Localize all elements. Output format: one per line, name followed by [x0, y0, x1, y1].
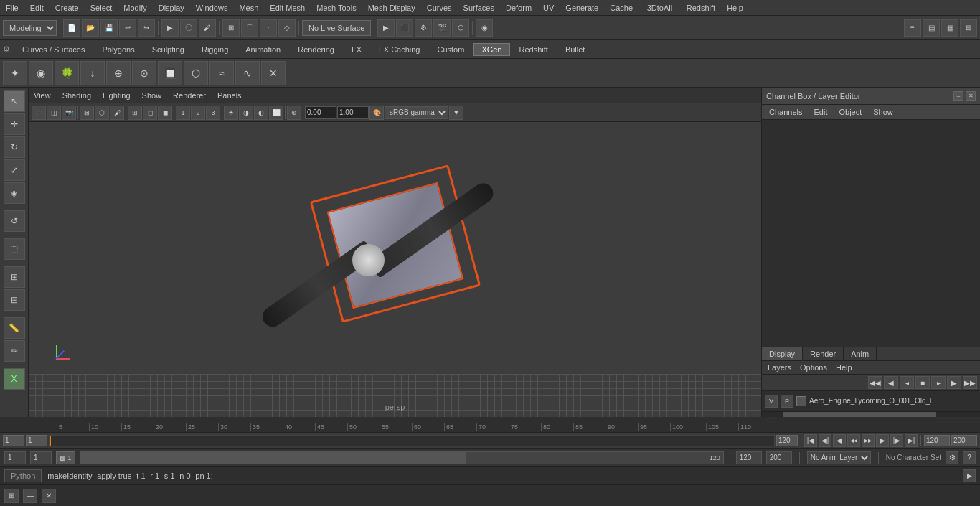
vp-sel-mask-btn[interactable]: ⊠	[80, 106, 94, 120]
layer-visibility-button[interactable]: V	[765, 395, 778, 408]
shelf-icon-1[interactable]: ✦	[3, 61, 27, 85]
channel-tab-object[interactable]: Object	[834, 106, 866, 118]
snap-surface-button[interactable]: ◇	[278, 19, 296, 37]
current-frame-field[interactable]	[26, 435, 47, 446]
menu-mesh-display[interactable]: Mesh Display	[365, 3, 418, 13]
shelf-icon-10[interactable]: ∿	[235, 61, 260, 85]
python-run-icon[interactable]: ▶	[963, 469, 976, 482]
menu-edit-mesh[interactable]: Edit Mesh	[267, 3, 308, 13]
layer-tab-anim[interactable]: Anim	[844, 347, 877, 360]
vp-tex-btn[interactable]: ⬜	[269, 106, 283, 120]
shelf-tab-rendering[interactable]: Rendering	[290, 43, 342, 56]
menu-display[interactable]: Display	[156, 3, 187, 13]
shelf-tab-xgen[interactable]: XGen	[473, 43, 509, 56]
status-help-btn[interactable]: ?	[963, 451, 976, 464]
menu-cache[interactable]: Cache	[607, 3, 636, 13]
rotate-tool-button[interactable]: ↻	[4, 136, 25, 158]
snap-grid-button[interactable]: ⊞	[222, 19, 240, 37]
layer-scrollbar[interactable]	[762, 411, 980, 417]
shelf-tab-redshift[interactable]: Redshift	[512, 43, 556, 56]
shelf-icon-11[interactable]: ✕	[261, 61, 286, 85]
render-settings-button[interactable]: ⚙	[415, 19, 432, 37]
lasso-tool-button[interactable]: 〇	[180, 19, 197, 37]
menu-edit[interactable]: Edit	[27, 3, 47, 13]
snap-point-button[interactable]: ·	[260, 19, 277, 37]
vp-film-btn[interactable]: ◫	[47, 106, 61, 120]
play-rev-button[interactable]: ◂◂	[847, 434, 860, 447]
xgen-icon-button[interactable]: X	[4, 368, 25, 390]
shelf-tab-custom[interactable]: Custom	[430, 43, 473, 56]
select-tool-left-button[interactable]: ↖	[4, 90, 25, 112]
window-close-button[interactable]: ✕	[42, 489, 56, 503]
shelf-tab-sculpting[interactable]: Sculpting	[144, 43, 192, 56]
paint-sel-button[interactable]: 🖌	[199, 19, 216, 37]
menu-mesh[interactable]: Mesh	[236, 3, 261, 13]
menu-surfaces[interactable]: Surfaces	[461, 3, 497, 13]
channel-tab-channels[interactable]: Channels	[765, 106, 806, 118]
scale-tool-button[interactable]: ⤢	[4, 159, 25, 181]
status-settings-btn[interactable]: ⚙	[946, 451, 958, 464]
viewport-3d[interactable]: persp	[29, 122, 761, 417]
vp-display-mode-2[interactable]: 2	[191, 106, 205, 120]
colorspace-select[interactable]: sRGB gamma	[385, 106, 448, 119]
redo-button[interactable]: ↪	[138, 19, 155, 37]
vp-paint-btn[interactable]: 🖌	[110, 106, 124, 120]
ipr-button[interactable]: ⬛	[396, 19, 413, 37]
snap-together-button[interactable]: ⊞	[4, 266, 25, 288]
vp-shade-btn[interactable]: ◼	[158, 106, 172, 120]
menu-modify[interactable]: Modify	[121, 3, 149, 13]
vp-wireframe-btn[interactable]: ◻	[143, 106, 157, 120]
vp-ao-btn[interactable]: ◐	[254, 106, 268, 120]
viewport-menu-show[interactable]: Show	[140, 90, 164, 100]
shelf-icon-8[interactable]: ⬡	[184, 61, 208, 85]
shelf-icon-2[interactable]: ◉	[29, 61, 53, 85]
render-seq-button[interactable]: 🎬	[433, 19, 451, 37]
layer-playback-button[interactable]: P	[781, 395, 793, 408]
shelf-icon-5[interactable]: ⊕	[106, 61, 131, 85]
channel-tab-show[interactable]: Show	[869, 106, 897, 118]
menu-select[interactable]: Select	[88, 3, 116, 13]
shelf-tab-fx[interactable]: FX	[344, 43, 369, 56]
vp-display-mode-1[interactable]: 1	[176, 106, 190, 120]
live-surface-button[interactable]: No Live Surface	[302, 20, 371, 36]
attr-editor-button[interactable]: ▤	[923, 19, 940, 37]
step-fwd-button[interactable]: ▶	[876, 434, 889, 447]
prev-key-button[interactable]: ◀|	[819, 434, 831, 447]
channel-tab-edit[interactable]: Edit	[809, 106, 831, 118]
outliner-button[interactable]: ▦	[941, 19, 958, 37]
window-icon-button[interactable]: ⊞	[4, 489, 19, 503]
transform-button[interactable]: ◉	[476, 19, 493, 37]
vp-cam-btn[interactable]: 🎥	[32, 106, 46, 120]
vp-sel-type-btn[interactable]: ⬡	[95, 106, 109, 120]
shelf-icon-6[interactable]: ⊙	[132, 61, 156, 85]
vp-shading-light-btn[interactable]: ☀	[224, 106, 238, 120]
status-playback-end[interactable]	[736, 451, 762, 464]
menu-file[interactable]: File	[3, 3, 22, 13]
step-back-button[interactable]: ◀	[833, 434, 846, 447]
menu-deform[interactable]: Deform	[503, 3, 534, 13]
vp-grid-btn[interactable]: ⊞	[128, 106, 142, 120]
playback-max-field[interactable]	[951, 435, 977, 446]
status-frame-1[interactable]	[4, 451, 26, 464]
panel-close-button[interactable]: ✕	[966, 91, 976, 101]
viewport-menu-renderer[interactable]: Renderer	[171, 90, 208, 100]
shelf-tab-rigging[interactable]: Rigging	[194, 43, 236, 56]
window-minimize-button[interactable]: —	[23, 489, 37, 503]
layer-next-button[interactable]: ▶▶	[963, 376, 977, 389]
cam-near-input[interactable]	[305, 106, 336, 119]
shelf-icon-4[interactable]: ↓	[80, 61, 105, 85]
vp-colorspace-settings[interactable]: ▼	[449, 106, 463, 120]
shelf-tab-bullet[interactable]: Bullet	[557, 43, 593, 56]
menu-windows[interactable]: Windows	[193, 3, 231, 13]
viewport-menu-view[interactable]: View	[32, 90, 53, 100]
soft-select-button[interactable]: ↺	[4, 210, 25, 232]
play-button[interactable]: ▸▸	[862, 434, 875, 447]
layer-step-next-button[interactable]: ▶	[947, 376, 961, 389]
tool-settings-button[interactable]: ⊟	[960, 19, 977, 37]
playback-end-field[interactable]	[924, 435, 950, 446]
menu-redshift[interactable]: Redshift	[684, 3, 718, 13]
new-scene-button[interactable]: 📄	[63, 19, 80, 37]
save-file-button[interactable]: 💾	[100, 19, 118, 37]
anim-layer-dropdown[interactable]: No Anim Layer	[807, 451, 871, 464]
menu-mesh-tools[interactable]: Mesh Tools	[314, 3, 359, 13]
